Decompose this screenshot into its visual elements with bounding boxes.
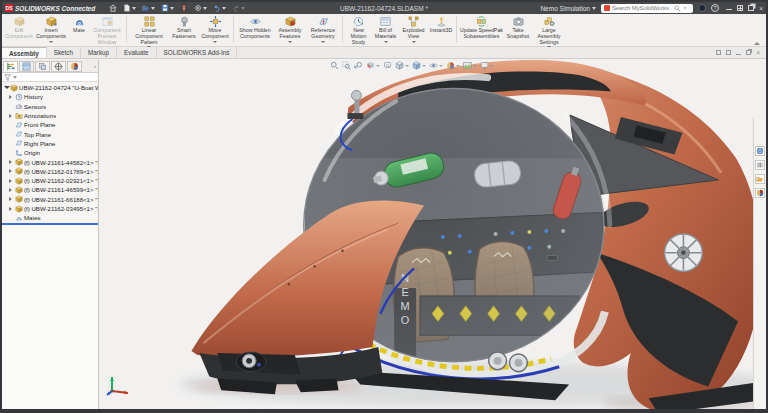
ribbon-button-exploded-view[interactable]: Exploded View bbox=[399, 15, 428, 46]
new-motion-study-icon bbox=[353, 16, 364, 27]
doc-close-icon[interactable]: × bbox=[756, 50, 760, 56]
dropdown-caret bbox=[213, 41, 217, 43]
user-avatar[interactable] bbox=[698, 4, 706, 12]
component-icon bbox=[14, 195, 23, 203]
submarine-model[interactable]: NEMO bbox=[100, 60, 753, 409]
simulation-menu[interactable]: Nemo Simulation bbox=[540, 5, 596, 12]
appearances-scenes-icon[interactable] bbox=[755, 188, 765, 198]
ribbon-button-edit-component[interactable]: Edit Component bbox=[4, 15, 34, 46]
search-input[interactable] bbox=[612, 5, 672, 11]
tab-solidworks-add-ins[interactable]: SOLIDWORKS Add-Ins bbox=[157, 47, 238, 58]
view-orientation-icon[interactable] bbox=[395, 61, 409, 70]
search-scope-caret[interactable] bbox=[683, 7, 687, 10]
view-settings-icon[interactable] bbox=[480, 61, 494, 70]
propertymanager-tab[interactable] bbox=[19, 61, 34, 72]
tree-item-right-plane[interactable]: Right Plane bbox=[2, 139, 98, 148]
instant3d-icon bbox=[436, 16, 447, 27]
titlebar-right: Nemo Simulation ? × bbox=[540, 4, 763, 13]
graphics-area[interactable]: NEMO bbox=[100, 60, 753, 409]
displaymanager-tab[interactable] bbox=[67, 61, 82, 72]
tree-component-human-factors[interactable]: (f) UBW-21162-01789<1> "Human F bbox=[2, 167, 98, 176]
ribbon-button-take-snapshot[interactable]: Take Snapshot bbox=[504, 15, 532, 46]
close-button[interactable]: × bbox=[759, 5, 763, 12]
hide-show-items-icon[interactable] bbox=[429, 61, 443, 70]
tree-item-mates[interactable]: Mates bbox=[2, 213, 98, 222]
feature-manager-tabs-overflow[interactable]: › bbox=[94, 63, 96, 69]
tree-component-shape-elements[interactable]: (f) UBW-21161-66188<1> "Shape Ele bbox=[2, 195, 98, 204]
doc-window-icon[interactable] bbox=[716, 50, 721, 55]
tree-item-top-plane[interactable]: Top Plane bbox=[2, 129, 98, 138]
ribbon-button-component-preview-window[interactable]: Component Preview Window bbox=[90, 15, 124, 46]
component-icon bbox=[14, 186, 23, 194]
ribbon-separator bbox=[233, 16, 234, 43]
ribbon-button-update-speedpak-subassemblies[interactable]: Update SpeedPak Subassemblies bbox=[459, 15, 504, 46]
ribbon-collapse-chevron[interactable] bbox=[754, 40, 760, 44]
apply-scene-icon[interactable] bbox=[463, 61, 477, 70]
edit-appearance-icon[interactable] bbox=[446, 61, 460, 70]
tree-root-assembly[interactable]: UBW-21162-04724 "U-Boat Worx NEMO" bbox=[2, 83, 98, 92]
tree-item-annotations[interactable]: Annotations bbox=[2, 111, 98, 120]
ribbon-button-smart-fasteners[interactable]: Smart Fasteners bbox=[169, 15, 199, 46]
new-document-icon[interactable] bbox=[123, 4, 136, 12]
tree-lower-pane bbox=[2, 225, 98, 409]
section-view-icon[interactable] bbox=[366, 61, 380, 70]
tab-evaluate[interactable]: Evaluate bbox=[117, 47, 157, 58]
ribbon-button-assembly-features[interactable]: Assembly Features bbox=[274, 15, 306, 46]
design-library-icon[interactable] bbox=[755, 160, 765, 170]
tree-component-exostructure[interactable]: (f) UBW-21161-44582<1> "Exostruct bbox=[2, 157, 98, 166]
ribbon-button-large-assembly-settings[interactable]: Large Assembly Settings bbox=[532, 15, 566, 46]
ribbon-button-mate[interactable]: Mate bbox=[68, 15, 90, 46]
ribbon-button-new-motion-study[interactable]: New Motion Study bbox=[345, 15, 372, 46]
dynamic-annotation-views-icon[interactable] bbox=[383, 61, 392, 70]
display-style-icon[interactable] bbox=[412, 61, 426, 70]
tree-item-history[interactable]: History bbox=[2, 92, 98, 101]
tree-component-battery-system[interactable]: (f) UBW-21162-02921<1> "Battery Sy bbox=[2, 176, 98, 185]
minimize-button[interactable] bbox=[726, 9, 732, 11]
ribbon-button-insert-components[interactable]: Insert Components bbox=[34, 15, 68, 46]
dropdown-caret bbox=[288, 41, 292, 43]
ribbon-button-linear-component-pattern[interactable]: Linear Component Pattern bbox=[129, 15, 169, 46]
featuremanager-tree-tab[interactable] bbox=[3, 61, 18, 72]
previous-view-icon[interactable] bbox=[354, 61, 363, 70]
doc-restore-icon[interactable] bbox=[746, 50, 751, 55]
dimxpertmanager-tab[interactable] bbox=[51, 61, 66, 72]
solidworks-window: DS SOLIDWORKS Connected UBW-21162-04724.… bbox=[0, 0, 768, 413]
solidworks-resources-icon[interactable] bbox=[755, 146, 765, 156]
configurationmanager-tab[interactable] bbox=[35, 61, 50, 72]
edit-component-icon bbox=[14, 16, 25, 27]
filter-caret[interactable] bbox=[13, 76, 17, 79]
ribbon-button-reference-geometry[interactable]: Reference Geometry bbox=[306, 15, 340, 46]
ribbon-button-show-hidden-components[interactable]: Show Hidden Components bbox=[236, 15, 274, 46]
save-icon[interactable] bbox=[161, 4, 174, 12]
help-icon[interactable]: ? bbox=[711, 4, 719, 12]
move-component-icon bbox=[210, 16, 221, 27]
tree-item-front-plane[interactable]: Front Plane bbox=[2, 120, 98, 129]
tree-component-auto-control[interactable]: (f) UBW-21162-03495<1> "Auto Con bbox=[2, 204, 98, 213]
ribbon-button-instant3d[interactable]: Instant3D bbox=[428, 15, 454, 46]
tree-component-interior[interactable]: (f) UBW-21161-46599<1> "Interior" bbox=[2, 185, 98, 194]
tree-item-sensors[interactable]: Sensors bbox=[2, 102, 98, 111]
restore-button[interactable] bbox=[748, 5, 754, 11]
print-icon[interactable] bbox=[180, 4, 188, 12]
tab-markup[interactable]: Markup bbox=[81, 47, 117, 58]
ribbon-button-bill-of-materials[interactable]: Bill of Materials bbox=[372, 15, 399, 46]
file-explorer-icon[interactable] bbox=[755, 174, 765, 184]
zoom-to-area-icon[interactable] bbox=[342, 61, 351, 70]
tree-item-origin[interactable]: Origin bbox=[2, 148, 98, 157]
search-box[interactable] bbox=[601, 4, 693, 13]
tab-assembly[interactable]: Assembly bbox=[2, 47, 47, 58]
undo-icon[interactable] bbox=[213, 4, 226, 12]
ribbon-button-move-component[interactable]: Move Component bbox=[199, 15, 231, 46]
tab-sketch[interactable]: Sketch bbox=[47, 47, 81, 58]
home-icon[interactable] bbox=[109, 4, 117, 12]
plane-icon bbox=[14, 121, 23, 129]
reference-geometry-icon bbox=[318, 16, 329, 27]
maximize-button[interactable] bbox=[737, 5, 743, 11]
filter-funnel-icon[interactable] bbox=[4, 74, 11, 81]
doc-minimize-icon[interactable] bbox=[736, 54, 741, 55]
doc-window-icon[interactable] bbox=[726, 50, 731, 55]
zoom-to-fit-icon[interactable] bbox=[330, 61, 339, 70]
redo-icon[interactable] bbox=[232, 4, 245, 12]
options-icon[interactable] bbox=[194, 4, 207, 12]
open-icon[interactable] bbox=[142, 4, 155, 12]
